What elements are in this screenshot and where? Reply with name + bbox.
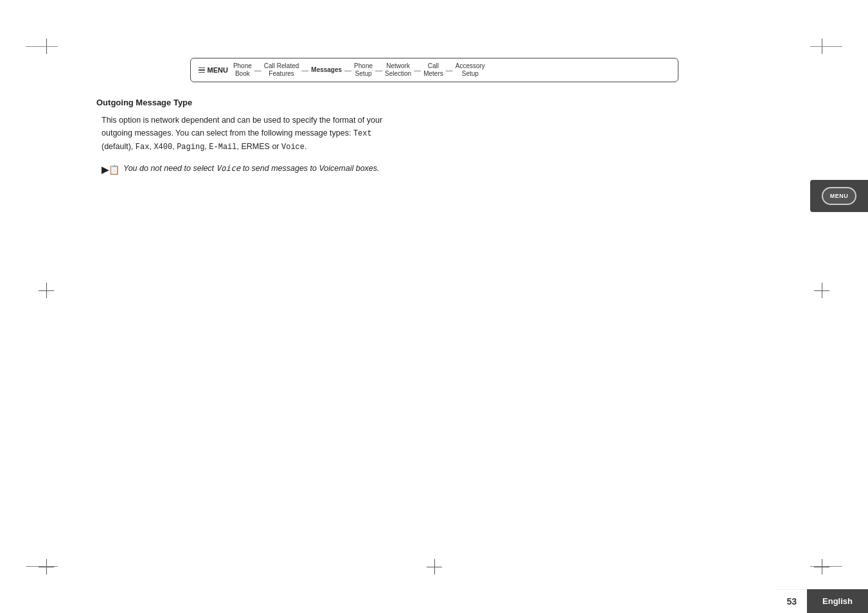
crosshair-bottom-center — [427, 559, 442, 574]
navigation-bar: MENU Phone Book — Call Related Features … — [190, 58, 678, 82]
note-row: ▶📋 You do not need to select Voice to se… — [96, 163, 405, 177]
crosshair-mid-left — [39, 283, 54, 298]
nav-call-related-line2: Features — [269, 70, 294, 78]
note-icon: ▶📋 — [102, 163, 120, 177]
crosshair-mid-right — [814, 283, 829, 298]
crosshair-bottom-left — [39, 559, 54, 574]
menu-button-container: MENU — [810, 180, 868, 212]
rule-bottom-left — [26, 566, 58, 567]
nav-arrow-3: — — [344, 66, 351, 74]
nav-phone-setup-line1: Phone — [354, 62, 373, 70]
note-text: You do not need to select Voice to send … — [123, 163, 380, 175]
menu-text: MENU — [208, 66, 228, 74]
menu-button[interactable]: MENU — [822, 187, 856, 205]
nav-network-line2: Selection — [385, 70, 411, 78]
crosshair-bottom-right — [814, 559, 829, 574]
nav-call-related-line1: Call Related — [264, 62, 299, 70]
rule-top-left — [26, 46, 58, 47]
nav-arrow-6: — — [446, 66, 453, 74]
menu-lines-icon — [199, 67, 205, 73]
bottom-right-bar: 53 English — [776, 589, 868, 613]
nav-call-meters-line1: Call — [428, 62, 439, 70]
page-number: 53 — [776, 589, 807, 613]
nav-call-meters-line2: Meters — [423, 70, 443, 78]
rule-bottom-right — [810, 566, 842, 567]
menu-button-label: MENU — [830, 193, 849, 199]
nav-arrow-5: — — [414, 66, 421, 74]
nav-accessory-line2: Setup — [462, 70, 479, 78]
language-badge: English — [807, 589, 868, 613]
nav-item-call-meters[interactable]: Call Meters — [423, 62, 443, 78]
section-outgoing-message-type: Outgoing Message Type This option is net… — [84, 98, 784, 177]
nav-arrow-2: — — [301, 66, 308, 74]
nav-item-accessory-setup[interactable]: Accessory Setup — [456, 62, 485, 78]
nav-phone-book-line2: Book — [235, 70, 250, 78]
main-content: MENU Phone Book — Call Related Features … — [84, 58, 784, 555]
nav-messages-label: Messages — [311, 66, 342, 74]
nav-arrow-4: — — [375, 66, 382, 74]
nav-accessory-line1: Accessory — [456, 62, 485, 70]
nav-network-line1: Network — [386, 62, 410, 70]
page-number-value: 53 — [786, 596, 797, 607]
nav-menu-label: MENU — [199, 66, 228, 74]
nav-item-messages[interactable]: Messages — [311, 66, 342, 74]
nav-arrow-1: — — [254, 66, 261, 74]
nav-item-call-related[interactable]: Call Related Features — [264, 62, 299, 78]
section-title: Outgoing Message Type — [96, 98, 784, 107]
nav-phone-book-line1: Phone — [233, 62, 252, 70]
language-label: English — [822, 596, 853, 606]
nav-phone-setup-line2: Setup — [355, 70, 372, 78]
nav-item-phone-setup[interactable]: Phone Setup — [354, 62, 373, 78]
nav-item-phone-book[interactable]: Phone Book — [233, 62, 252, 78]
section-body-text: This option is network dependent and can… — [96, 114, 405, 154]
rule-top-right — [810, 46, 842, 47]
nav-item-network-selection[interactable]: Network Selection — [385, 62, 411, 78]
